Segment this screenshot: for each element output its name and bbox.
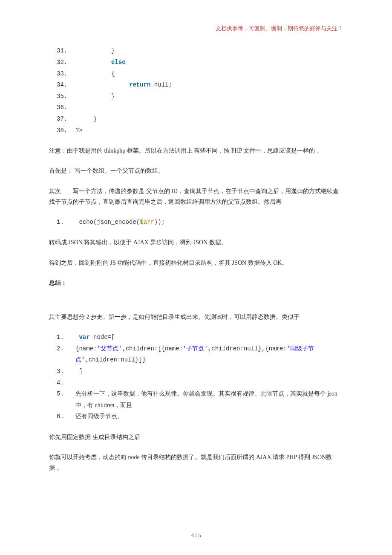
paragraph: 注意：由于我是用的 thinkphp 框架。所以在方法调用上 有些不同，纯 PH… [49, 145, 343, 156]
code-content: return null; [75, 79, 343, 91]
paragraph: 首先是： 写一个数组。一个父节点的数组。 [49, 165, 343, 176]
line-number: 4. [49, 377, 75, 389]
code-text: ,children:null},{name: [208, 345, 287, 352]
page-footer: 4 / 5 [0, 530, 392, 540]
code-line: 1. echo(json_encode($arr)); [49, 217, 343, 228]
keyword-return: return [129, 81, 150, 88]
code-line: 36. [49, 102, 343, 113]
code-line: 5. 先分析一下，这串数据，他有什么规律。你就会发现。其实很有规律。无限节点，其… [49, 388, 343, 411]
code-line: 32. else [49, 57, 343, 68]
code-text: node=[ [90, 334, 115, 341]
code-content [75, 377, 343, 389]
paragraph: 你就可以开始考虑，动态的向 node 传目录结构的数据了。就是我们后面所谓的 A… [49, 452, 343, 473]
paragraph: 转码成 JSON 将其输出，以便于 AJAX 异步访问，得到 JSON 数据。 [49, 237, 343, 248]
code-content: } [75, 91, 343, 102]
code-content: {name:'父节点',children:[{name:'子节点',childr… [75, 343, 343, 366]
code-line: 3. ] [49, 366, 343, 377]
line-number: 3. [49, 366, 75, 377]
code-line: 1. var node=[ [49, 332, 343, 343]
code-text: null; [150, 81, 172, 88]
code-line: 33. { [49, 68, 343, 80]
code-content: echo(json_encode($arr)); [75, 217, 343, 228]
paragraph: 其次 写一个方法，传递的参数是 父节点的 ID，查询其子节点，在子节点中查询之后… [49, 186, 343, 207]
line-number: 33. [49, 68, 75, 80]
code-text: {name: [75, 345, 97, 352]
line-number: 34. [49, 79, 75, 91]
code-content: ] [75, 366, 343, 377]
line-number: 6. [49, 411, 75, 422]
code-line: 34. return null; [49, 79, 343, 91]
code-line: 6. 还有同级子节点。 [49, 411, 343, 422]
line-number: 37. [49, 113, 75, 125]
code-content: ?> [75, 125, 343, 136]
code-text: )); [154, 219, 165, 225]
code-line: 37. } [49, 113, 343, 125]
line-number: 31. [49, 45, 75, 57]
code-line: 2. {name:'父节点',children:[{name:'子节点',chi… [49, 343, 343, 366]
code-content: var node=[ [75, 332, 343, 343]
code-content: { [75, 68, 343, 80]
line-number: 38. [49, 125, 75, 136]
code-content: 还有同级子节点。 [75, 411, 343, 422]
code-text: echo(json_encode( [75, 219, 140, 225]
heading-summary: 总结： [49, 278, 343, 288]
line-number: 36. [49, 102, 75, 113]
code-text: ,children:[{name: [122, 345, 183, 352]
code-content: else [75, 57, 343, 68]
code-line: 38. ?> [49, 125, 343, 136]
keyword-var: var [79, 334, 89, 341]
paragraph: 得到之后，回到刚刚的 JS 功能代码中，直接初始化树目录结构，将其 JSON 数… [49, 257, 343, 268]
code-content: 先分析一下，这串数据，他有什么规律。你就会发现。其实很有规律。无限节点，其实就是… [75, 388, 343, 411]
code-block-2: 1. echo(json_encode($arr)); [49, 217, 343, 228]
line-number: 2. [49, 343, 75, 355]
header-note: 文档供参考，可复制、编制，期待您的好评与关注！ [49, 23, 343, 33]
variable: $arr [140, 219, 154, 225]
code-content: } [75, 113, 343, 125]
line-number: 32. [49, 57, 75, 68]
code-block-1: 31. } 32. else 33. { 34. return null; 35… [49, 45, 343, 136]
code-text: ,children:null}]} [85, 356, 146, 363]
line-number: 5. [49, 388, 75, 400]
code-line: 31. } [49, 45, 343, 57]
code-line: 35. } [49, 91, 343, 102]
keyword-else: else [111, 59, 126, 66]
string-literal: '子节点' [183, 345, 208, 352]
code-line: 4. [49, 377, 343, 389]
line-number: 1. [49, 217, 75, 228]
string-literal: '父节点' [97, 345, 122, 352]
code-content: } [75, 45, 343, 57]
line-number: 1. [49, 332, 75, 343]
paragraph: 其主要思想分 2 步走。第一步，是如何能把目录生成出来。先测试时，可以用静态数据… [49, 312, 343, 322]
paragraph: 你先用固定数据 生成目录结构之后 [49, 432, 343, 442]
line-number: 35. [49, 91, 75, 102]
code-block-3: 1. var node=[ 2. {name:'父节点',children:[{… [49, 332, 343, 422]
